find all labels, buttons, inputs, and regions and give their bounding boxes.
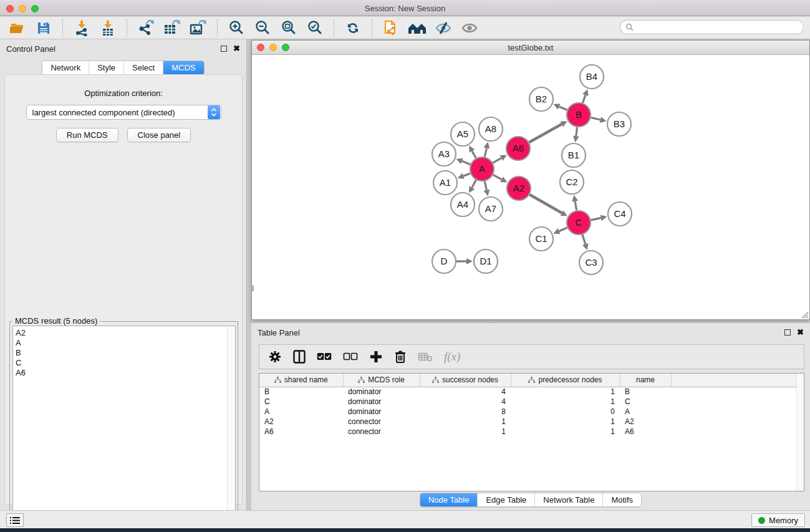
result-item[interactable]: A: [16, 338, 235, 348]
cell-shared-name[interactable]: B: [259, 387, 343, 397]
float-panel-icon[interactable]: [221, 46, 227, 52]
cell-successor-nodes[interactable]: 1: [420, 427, 511, 437]
cell-name[interactable]: A2: [620, 417, 671, 427]
close-window-button[interactable]: [6, 5, 14, 12]
cell-shared-name[interactable]: A2: [259, 417, 343, 427]
edge-C-C1[interactable]: [559, 228, 567, 231]
network-graph[interactable]: B4B2BB3B1A5A8A6A3AA1A2A4A7C2CC4C1C3DD1: [252, 55, 809, 319]
table-scrollbar[interactable]: [796, 374, 804, 491]
global-search-field[interactable]: [620, 20, 804, 34]
run-mcds-button[interactable]: Run MCDS: [56, 128, 118, 142]
cell-MCDS-role[interactable]: dominator: [343, 397, 420, 407]
edge-B-B3[interactable]: [591, 117, 600, 120]
cell-predecessor-nodes[interactable]: 0: [511, 407, 620, 417]
table-row[interactable]: Cdominator41C: [259, 397, 797, 407]
table-row[interactable]: A2connector11A2: [259, 417, 797, 427]
export-network-icon[interactable]: [135, 19, 157, 37]
zoom-in-icon[interactable]: [225, 19, 248, 37]
resize-grip-icon[interactable]: [800, 310, 809, 319]
result-item[interactable]: C: [16, 358, 235, 368]
table-row[interactable]: A6connector11A6: [259, 427, 797, 437]
edge-A-A5[interactable]: [472, 151, 476, 158]
cell-name[interactable]: A6: [620, 427, 671, 437]
close-panel-icon[interactable]: ✖: [233, 46, 240, 52]
edge-A-A6[interactable]: [493, 158, 501, 163]
cell-name[interactable]: A: [620, 407, 671, 417]
edge-A-A4[interactable]: [472, 180, 476, 188]
edge-A-A3[interactable]: [462, 161, 471, 164]
tab-network-table[interactable]: Network Table: [534, 493, 602, 506]
zoom-fit-icon[interactable]: [277, 19, 300, 37]
first-neighbors-icon[interactable]: [406, 19, 428, 37]
column-header-predecessor-nodes[interactable]: predecessor nodes: [511, 374, 620, 387]
tab-node-table[interactable]: Node Table: [420, 493, 478, 506]
result-item[interactable]: A2: [16, 328, 235, 338]
edge-B-B2[interactable]: [559, 107, 567, 110]
edge-A-A7[interactable]: [485, 181, 486, 190]
cell-predecessor-nodes[interactable]: 1: [511, 427, 620, 437]
delete-table-icon[interactable]: [418, 352, 433, 362]
node-table[interactable]: shared nameMCDS rolesuccessor nodesprede…: [259, 373, 804, 491]
tab-select[interactable]: Select: [123, 61, 163, 74]
edge-B-B1[interactable]: [576, 127, 577, 136]
cell-predecessor-nodes[interactable]: 1: [511, 387, 620, 397]
tab-motifs[interactable]: Motifs: [602, 493, 641, 506]
cell-successor-nodes[interactable]: 4: [420, 387, 511, 397]
memory-button[interactable]: Memory: [751, 513, 805, 527]
cell-successor-nodes[interactable]: 4: [420, 397, 511, 407]
column-header-MCDS-role[interactable]: MCDS role: [343, 374, 420, 387]
edge-A-A2[interactable]: [493, 175, 502, 179]
zoom-selected-icon[interactable]: [304, 19, 326, 37]
zoom-out-icon[interactable]: [251, 19, 274, 37]
cell-predecessor-nodes[interactable]: 1: [511, 417, 620, 427]
show-panels-menu-button[interactable]: [6, 513, 24, 527]
open-session-icon[interactable]: [6, 19, 29, 37]
result-list-scrollbar[interactable]: [227, 326, 235, 530]
result-item[interactable]: A6: [16, 368, 235, 378]
table-options-gear-icon[interactable]: [268, 350, 282, 364]
deselect-all-checkboxes-icon[interactable]: [343, 352, 358, 361]
maximize-window-button[interactable]: [31, 5, 39, 12]
cell-predecessor-nodes[interactable]: 1: [511, 397, 620, 407]
cell-MCDS-role[interactable]: connector: [343, 427, 420, 437]
column-header-successor-nodes[interactable]: successor nodes: [420, 374, 511, 387]
cell-shared-name[interactable]: C: [259, 397, 343, 407]
hide-graphics-details-icon[interactable]: [432, 19, 455, 37]
select-all-checkboxes-icon[interactable]: [317, 352, 332, 361]
edge-C-C4[interactable]: [591, 218, 601, 220]
export-image-icon[interactable]: [187, 19, 210, 37]
function-builder-icon[interactable]: f(x): [444, 350, 460, 364]
cell-name[interactable]: C: [620, 397, 671, 407]
cell-shared-name[interactable]: A6: [259, 427, 343, 437]
column-header-name[interactable]: name: [620, 374, 671, 387]
cell-successor-nodes[interactable]: 8: [420, 407, 511, 417]
cell-MCDS-role[interactable]: dominator: [343, 387, 420, 397]
panel-divider-handle[interactable]: [490, 321, 496, 323]
cell-shared-name[interactable]: A: [259, 407, 343, 417]
table-row[interactable]: Bdominator41B: [259, 387, 797, 397]
criterion-select[interactable]: largest connected component (directed): [26, 105, 221, 120]
tab-style[interactable]: Style: [89, 61, 123, 74]
tab-network[interactable]: Network: [42, 61, 89, 74]
edge-C-C3[interactable]: [582, 235, 586, 244]
cell-MCDS-role[interactable]: dominator: [343, 407, 420, 417]
canvas-scroll-nub[interactable]: [251, 286, 254, 291]
import-table-icon[interactable]: [97, 19, 119, 37]
export-table-icon[interactable]: [161, 19, 183, 37]
save-session-icon[interactable]: [32, 19, 55, 37]
close-panel-button[interactable]: Close panel: [127, 128, 191, 142]
edge-C-C2[interactable]: [575, 201, 576, 211]
close-table-panel-icon[interactable]: ✖: [797, 329, 804, 336]
cell-successor-nodes[interactable]: 1: [420, 417, 511, 427]
minimize-window-button[interactable]: [19, 5, 26, 12]
edge-A-A8[interactable]: [485, 148, 486, 157]
column-header-shared-name[interactable]: shared name: [259, 374, 343, 387]
show-graphics-details-icon[interactable]: [458, 19, 481, 37]
new-network-from-selection-icon[interactable]: [380, 19, 402, 37]
cell-MCDS-role[interactable]: connector: [343, 417, 420, 427]
delete-columns-icon[interactable]: [394, 350, 407, 364]
edge-A-A1[interactable]: [463, 173, 470, 176]
result-item[interactable]: B: [16, 348, 235, 358]
tab-edge-table[interactable]: Edge Table: [477, 493, 534, 506]
net-minimize-button[interactable]: [269, 44, 277, 51]
